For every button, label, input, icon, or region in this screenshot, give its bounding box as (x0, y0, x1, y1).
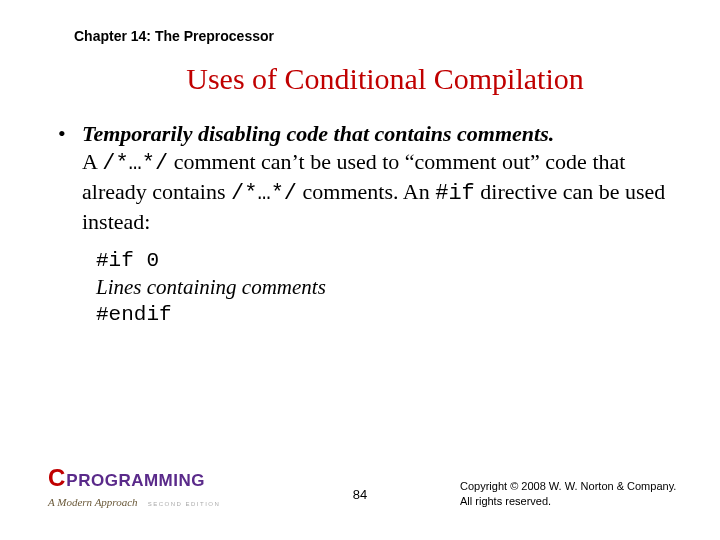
copyright-line-2: All rights reserved. (460, 494, 690, 508)
body-text: • Temporarily disabling code that contai… (58, 120, 676, 329)
code-line: #if 0 (96, 247, 676, 274)
code-inline: /*…*/ (231, 181, 297, 206)
slide: Chapter 14: The Preprocessor Uses of Con… (0, 0, 720, 540)
chapter-label: Chapter 14: The Preprocessor (74, 28, 676, 44)
code-block: #if 0 Lines containing comments #endif (96, 247, 676, 329)
code-inline: #if (435, 181, 475, 206)
footer: C PROGRAMMING A Modern Approach SECOND E… (0, 464, 720, 510)
bullet-marker: • (58, 120, 82, 237)
bullet-heading: Temporarily disabling code that contains… (82, 121, 554, 146)
text-run: comments. An (297, 179, 435, 204)
code-comment-line: Lines containing comments (96, 274, 676, 301)
copyright-line-1: Copyright © 2008 W. W. Norton & Company. (460, 479, 690, 493)
bullet-content: Temporarily disabling code that contains… (82, 120, 676, 237)
code-inline: /*…*/ (102, 151, 168, 176)
bullet-item: • Temporarily disabling code that contai… (58, 120, 676, 237)
copyright: Copyright © 2008 W. W. Norton & Company.… (460, 479, 690, 508)
text-run: A (82, 149, 102, 174)
code-line: #endif (96, 301, 676, 328)
slide-title: Uses of Conditional Compilation (44, 62, 676, 96)
